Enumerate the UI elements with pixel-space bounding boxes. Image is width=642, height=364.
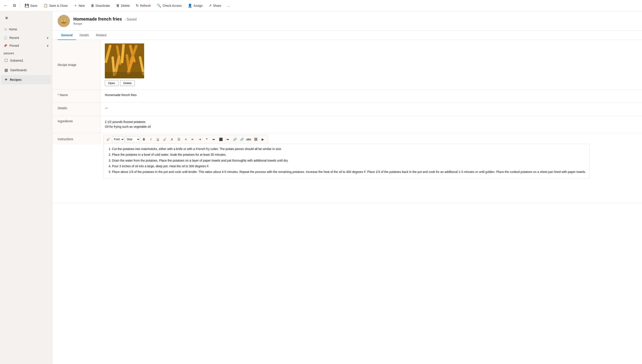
recipe-image xyxy=(105,44,144,78)
instruction-step-5: Place about 1/3 of the potatoes in the p… xyxy=(112,170,586,174)
ingredients-line-2: Oil for frying such as vegetable oil xyxy=(105,124,638,129)
rte-highlight-button[interactable]: 🖊 xyxy=(162,136,168,142)
delete-button[interactable]: 🗑 Delete xyxy=(114,2,132,9)
ingredients-content: 2 1/2 pounds Russet potatoes Oil for fry… xyxy=(105,120,638,129)
refresh-button[interactable]: ↻ Refresh xyxy=(133,2,153,9)
strikethrough-icon: abc xyxy=(246,138,251,141)
image-open-button[interactable]: Open xyxy=(105,80,118,86)
more-button[interactable]: ... xyxy=(225,2,232,9)
rte-indent-dec-button[interactable]: ⇤ xyxy=(190,136,196,142)
home-icon: ⌂ xyxy=(4,27,7,32)
rte-toolbar: 🖊 Font Size B I xyxy=(103,135,268,144)
delete-icon: 🗑 xyxy=(116,4,120,8)
deactivate-icon: 🗑 xyxy=(91,4,94,8)
sidebar-item-recipes[interactable]: ✦ Recipes xyxy=(1,75,51,84)
unlink-icon: 🔗 xyxy=(240,138,244,141)
image-field-label: Recipe image xyxy=(52,40,100,90)
rte-numbered-button[interactable]: ≡ xyxy=(182,136,189,142)
rte-align-center-button[interactable]: ⬛ xyxy=(218,136,224,142)
instruction-step-2: Place the potatoes in a bowl of cold wat… xyxy=(112,152,586,157)
rte-size-select[interactable]: Size xyxy=(125,136,140,142)
rte-unlink-button[interactable]: 🔗 xyxy=(238,136,245,142)
instruction-step-1: Cut the potatoes into matchsticks, eithe… xyxy=(112,146,586,151)
rte-quote-button[interactable]: ❝ xyxy=(204,136,210,142)
save-icon: 💾 xyxy=(25,4,29,8)
save-button[interactable]: 💾 Save xyxy=(22,2,40,9)
sidebar-item-subarea1[interactable]: ☐ Subarea1 xyxy=(1,56,51,65)
sidebar-item-recent[interactable]: 🕐 Recent ∨ xyxy=(0,34,52,42)
deactivate-button[interactable]: 🗑 Deactivate xyxy=(88,2,113,9)
toolbar: ← ⧉ 💾 Save 📋 Save & Close ＋ New 🗑 Deacti… xyxy=(0,0,642,11)
sidebar-item-pinned[interactable]: 📌 Pinned ∨ xyxy=(0,42,52,50)
assign-button[interactable]: 👤 Assign xyxy=(185,2,205,9)
rte-align-right-button[interactable]: ➡ xyxy=(224,136,231,142)
rte-italic-button[interactable]: I xyxy=(148,136,154,142)
record-title: Homemade french fries xyxy=(73,16,122,22)
rte-font-select[interactable]: Font xyxy=(112,136,124,142)
new-icon: ＋ xyxy=(74,3,77,8)
align-center-icon: ⬛ xyxy=(219,138,223,141)
toolbar-divider-1 xyxy=(20,2,20,9)
tab-general[interactable]: General xyxy=(58,31,76,40)
sidebar-menu-button[interactable]: ≡ xyxy=(2,13,11,23)
sidebar-item-dashboards[interactable]: ▦ Dashboards xyxy=(1,66,51,75)
recipes-icon: ✦ xyxy=(4,77,8,82)
image-delete-button[interactable]: Delete xyxy=(120,80,135,86)
rte-image-icon: 🖼 xyxy=(254,138,257,141)
name-row: * Name Homemade french fries xyxy=(52,90,642,103)
rte-indent-inc-button[interactable]: ⇥ xyxy=(196,136,203,142)
instructions-field-value: 🖊 Font Size B I xyxy=(100,133,642,180)
avatar xyxy=(58,15,70,27)
new-button[interactable]: ＋ New xyxy=(71,2,87,9)
tabs: General Details Related xyxy=(52,31,642,40)
hamburger-icon: ≡ xyxy=(5,16,8,20)
image-field-value: Open Delete xyxy=(100,40,642,90)
name-field-value[interactable]: Homemade french fries xyxy=(100,90,642,103)
rte-color-button[interactable]: A xyxy=(168,136,175,142)
sidebar-item-home[interactable]: ⌂ Home xyxy=(1,25,51,34)
open-button[interactable]: ⧉ xyxy=(10,2,18,10)
instructions-row: Instructions 🖊 Font Size xyxy=(52,133,642,203)
details-field-value[interactable]: --- xyxy=(100,103,642,116)
indent-dec-icon: ⇤ xyxy=(192,138,194,141)
required-indicator: * xyxy=(58,93,59,97)
instructions-field-label: Instructions xyxy=(52,133,100,144)
rte-bold-button[interactable]: B xyxy=(141,136,147,142)
pin-icon: 📌 xyxy=(4,44,7,48)
tab-related[interactable]: Related xyxy=(92,31,110,40)
chevron-down-icon-2: ∨ xyxy=(46,44,49,48)
details-row: Details --- xyxy=(52,103,642,116)
refresh-icon: ↻ xyxy=(136,4,139,8)
image-buttons: Open Delete xyxy=(105,80,135,86)
rte-more-button[interactable]: ▶ xyxy=(260,136,266,142)
ingredients-field-value[interactable]: 2 1/2 pounds Russet potatoes Oil for fry… xyxy=(100,116,642,133)
quote-icon: ❝ xyxy=(206,138,208,141)
save-close-button[interactable]: 📋 Save & Close xyxy=(41,2,70,9)
rte-underline-button[interactable]: U xyxy=(154,136,161,142)
rte-image-button[interactable]: 🖼 xyxy=(252,136,259,142)
rte-bullets-button[interactable]: ☰ xyxy=(176,136,182,142)
main-layout: ≡ ⌂ Home 🕐 Recent ∨ 📌 Pinned ∨ Group1 ☐ … xyxy=(0,11,642,364)
svg-rect-22 xyxy=(105,72,144,78)
rte-link-button[interactable]: 🔗 xyxy=(232,136,238,142)
svg-point-19 xyxy=(133,50,134,50)
rte-content[interactable]: Cut the potatoes into matchsticks, eithe… xyxy=(103,144,590,178)
numbered-icon: ≡ xyxy=(185,138,187,141)
save-close-icon: 📋 xyxy=(44,4,48,8)
subarea1-icon: ☐ xyxy=(4,58,8,63)
rte-strikethrough-button[interactable]: abc xyxy=(246,136,252,142)
svg-point-18 xyxy=(124,58,125,59)
tab-details[interactable]: Details xyxy=(76,31,92,40)
content-area: Homemade french fries - Saved Recipe Gen… xyxy=(52,11,642,364)
rte-align-left-button[interactable]: ⬅ xyxy=(210,136,217,142)
share-button[interactable]: ↗ Share xyxy=(206,2,224,9)
svg-point-21 xyxy=(137,63,138,64)
record-subtitle: Recipe xyxy=(73,22,136,25)
share-icon: ↗ xyxy=(209,4,212,8)
back-button[interactable]: ← xyxy=(2,2,10,10)
dashboards-icon: ▦ xyxy=(4,68,8,72)
instructions-list: Cut the potatoes into matchsticks, eithe… xyxy=(107,146,586,174)
check-access-button[interactable]: 🔍 Check Access xyxy=(154,2,184,9)
rte-clear-formatting[interactable]: 🖊 xyxy=(105,136,112,142)
rte-more-icon: ▶ xyxy=(262,138,264,141)
